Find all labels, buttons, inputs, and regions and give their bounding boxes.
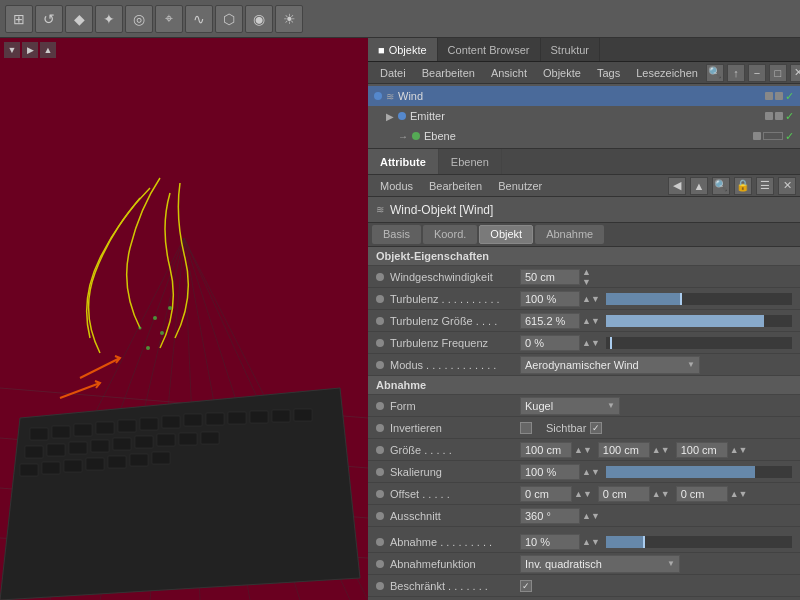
attr-toolbar: Modus Bearbeiten Benutzer ◀ ▲ 🔍 🔒 ☰ ✕: [368, 175, 800, 197]
right-panel: ■ Objekte Content Browser Struktur Datei…: [368, 38, 800, 600]
prop-arrow-g3[interactable]: ▲▼: [728, 445, 750, 455]
scene-tree: ≋ Wind ✓ ▶ Emitter ✓: [368, 84, 800, 149]
prop-checkbox-sichtbar[interactable]: [590, 422, 602, 434]
menu-tags[interactable]: Tags: [589, 65, 628, 81]
attr-search-btn[interactable]: 🔍: [712, 177, 730, 195]
tab-content-browser[interactable]: Content Browser: [438, 38, 541, 61]
subtab-basis[interactable]: Basis: [372, 225, 421, 244]
menu-lesezeichen[interactable]: Lesezeichen: [628, 65, 706, 81]
prop-input-ausschnitt[interactable]: [520, 508, 580, 524]
close-top-btn[interactable]: ✕: [790, 64, 800, 82]
prop-arrow-tfrequenz[interactable]: ▲▼: [580, 338, 602, 348]
tab-attribute[interactable]: Attribute: [368, 149, 439, 174]
prop-input-grosse3[interactable]: [676, 442, 728, 458]
subtab-koord[interactable]: Koord.: [423, 225, 477, 244]
prop-arrow-g2[interactable]: ▲▼: [650, 445, 672, 455]
arrow-up-btn[interactable]: ↑: [727, 64, 745, 82]
attr-left-btn[interactable]: ◀: [668, 177, 686, 195]
minimize-btn[interactable]: −: [748, 64, 766, 82]
svg-rect-18: [96, 422, 114, 434]
prop-arrow-abnahme-val[interactable]: ▲▼: [580, 537, 602, 547]
prop-turbulenz-grosse: Turbulenz Größe . . . . ▲▼: [368, 310, 800, 332]
attr-bearbeiten[interactable]: Bearbeiten: [421, 178, 490, 194]
prop-bar-fill-abnahme-val: [606, 536, 643, 548]
menu-datei[interactable]: Datei: [372, 65, 414, 81]
prop-input-wind[interactable]: [520, 269, 580, 285]
prop-arrow-o1[interactable]: ▲▼: [572, 489, 594, 499]
prop-checkbox-invertieren[interactable]: [520, 422, 532, 434]
prop-input-tfrequenz[interactable]: [520, 335, 580, 351]
toolbar-btn-shape2[interactable]: ✦: [95, 5, 123, 33]
prop-dropdown-abnahmefunktion[interactable]: Inv. quadratisch: [520, 555, 680, 573]
subtab-abnahme[interactable]: Abnahme: [535, 225, 604, 244]
tree-item-wind[interactable]: ≋ Wind ✓: [368, 86, 800, 106]
prop-bar-fill-tgrosse: [606, 315, 764, 327]
svg-rect-17: [74, 424, 92, 436]
attr-up-btn[interactable]: ▲: [690, 177, 708, 195]
toolbar-btn-dot[interactable]: ◉: [245, 5, 273, 33]
prop-input-offset1[interactable]: [520, 486, 572, 502]
toolbar-btn-undo[interactable]: ↺: [35, 5, 63, 33]
echeck3: ✓: [785, 110, 794, 123]
prop-arrow-o2[interactable]: ▲▼: [650, 489, 672, 499]
prop-dot-abnahme-val: [376, 538, 384, 546]
tab-objekte[interactable]: ■ Objekte: [368, 38, 438, 61]
prop-arrow-o3[interactable]: ▲▼: [728, 489, 750, 499]
menu-objekte[interactable]: Objekte: [535, 65, 589, 81]
vp-nav-down[interactable]: ▼: [4, 42, 20, 58]
svg-rect-36: [201, 432, 219, 444]
prop-arrow-wind[interactable]: ▲▼: [580, 267, 593, 287]
attr-menu-btn[interactable]: ☰: [756, 177, 774, 195]
toolbar-btn-wave[interactable]: ∿: [185, 5, 213, 33]
prop-arrow-tgrosse[interactable]: ▲▼: [580, 316, 602, 326]
viewport-3d[interactable]: ▼ ▶ ▲: [0, 38, 368, 600]
prop-bar-fill-skalierung: [606, 466, 755, 478]
svg-rect-25: [250, 411, 268, 423]
prop-input-grosse1[interactable]: [520, 442, 572, 458]
tree-item-emitter[interactable]: ▶ Emitter ✓: [380, 106, 800, 126]
echeck1: [765, 112, 773, 120]
menu-bearbeiten[interactable]: Bearbeiten: [414, 65, 483, 81]
prop-bar-turbulenz: [606, 293, 792, 305]
prop-input-tgrosse[interactable]: [520, 313, 580, 329]
prop-input-offset3[interactable]: [676, 486, 728, 502]
prop-input-skalierung[interactable]: [520, 464, 580, 480]
menu-bar: Datei Bearbeiten Ansicht Objekte Tags Le…: [368, 62, 800, 84]
prop-label-abnahmefunktion: Abnahmefunktion: [390, 558, 520, 570]
prop-input-grosse2[interactable]: [598, 442, 650, 458]
prop-input-abnahme-val[interactable]: [520, 534, 580, 550]
toolbar-btn-shape1[interactable]: ◆: [65, 5, 93, 33]
prop-input-offset2[interactable]: [598, 486, 650, 502]
attr-lock-btn[interactable]: 🔒: [734, 177, 752, 195]
prop-arrow-turbulenz[interactable]: ▲▼: [580, 294, 602, 304]
prop-arrow-skalierung[interactable]: ▲▼: [580, 467, 602, 477]
prop-abnahme-val: Abnahme . . . . . . . . . ▲▼: [368, 531, 800, 553]
prop-arrow-ausschnitt[interactable]: ▲▼: [580, 511, 602, 521]
svg-rect-38: [42, 462, 60, 474]
prop-checkbox-beschrankt[interactable]: [520, 580, 532, 592]
attr-modus[interactable]: Modus: [372, 178, 421, 194]
vp-nav-up[interactable]: ▲: [40, 42, 56, 58]
maximize-btn[interactable]: □: [769, 64, 787, 82]
toolbar-btn-grid[interactable]: ⊞: [5, 5, 33, 33]
prop-dropdown-modus[interactable]: Aerodynamischer Wind: [520, 356, 700, 374]
attr-benutzer[interactable]: Benutzer: [490, 178, 550, 194]
toolbar-btn-target[interactable]: ⌖: [155, 5, 183, 33]
check3: ✓: [785, 90, 794, 103]
toolbar-btn-hex[interactable]: ⬡: [215, 5, 243, 33]
tab-struktur[interactable]: Struktur: [541, 38, 601, 61]
svg-rect-39: [64, 460, 82, 472]
tab-ebenen[interactable]: Ebenen: [439, 149, 502, 174]
prop-dropdown-form[interactable]: Kugel: [520, 397, 620, 415]
subtab-objekt[interactable]: Objekt: [479, 225, 533, 244]
toolbar-btn-circle[interactable]: ◎: [125, 5, 153, 33]
menu-ansicht[interactable]: Ansicht: [483, 65, 535, 81]
toolbar-btn-light[interactable]: ☀: [275, 5, 303, 33]
prop-input-turbulenz[interactable]: [520, 291, 580, 307]
prop-arrow-g1[interactable]: ▲▼: [572, 445, 594, 455]
tree-item-ebene[interactable]: → Ebene ✓: [392, 126, 800, 146]
vp-nav-right[interactable]: ▶: [22, 42, 38, 58]
search-btn[interactable]: 🔍: [706, 64, 724, 82]
attr-close-btn[interactable]: ✕: [778, 177, 796, 195]
check1: [765, 92, 773, 100]
